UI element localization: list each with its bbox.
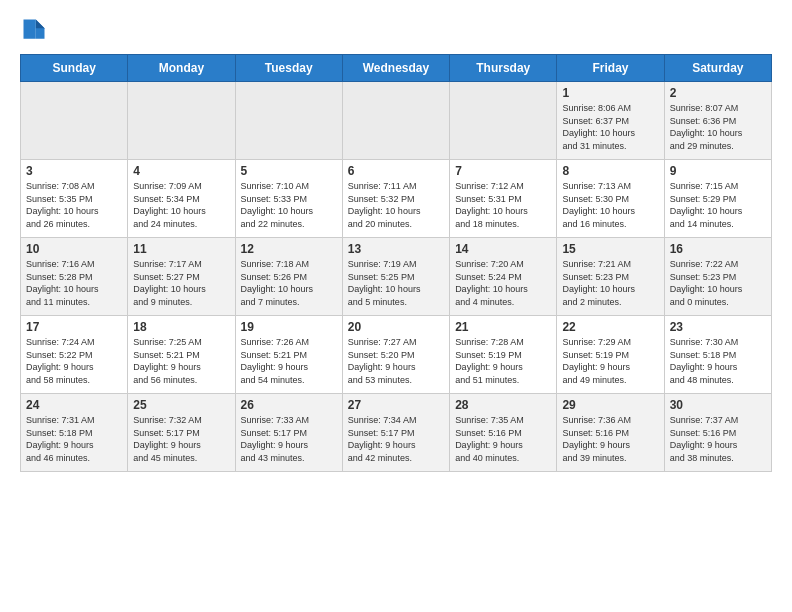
day-number: 8 <box>562 164 658 178</box>
calendar-cell: 23Sunrise: 7:30 AM Sunset: 5:18 PM Dayli… <box>664 316 771 394</box>
day-number: 26 <box>241 398 337 412</box>
day-number: 25 <box>133 398 229 412</box>
calendar-cell: 30Sunrise: 7:37 AM Sunset: 5:16 PM Dayli… <box>664 394 771 472</box>
day-number: 17 <box>26 320 122 334</box>
day-info: Sunrise: 7:22 AM Sunset: 5:23 PM Dayligh… <box>670 258 766 308</box>
logo <box>20 16 52 44</box>
day-number: 23 <box>670 320 766 334</box>
day-number: 2 <box>670 86 766 100</box>
day-number: 16 <box>670 242 766 256</box>
calendar-cell: 26Sunrise: 7:33 AM Sunset: 5:17 PM Dayli… <box>235 394 342 472</box>
calendar-cell: 19Sunrise: 7:26 AM Sunset: 5:21 PM Dayli… <box>235 316 342 394</box>
calendar-cell: 15Sunrise: 7:21 AM Sunset: 5:23 PM Dayli… <box>557 238 664 316</box>
calendar-cell: 14Sunrise: 7:20 AM Sunset: 5:24 PM Dayli… <box>450 238 557 316</box>
calendar-cell <box>128 82 235 160</box>
day-info: Sunrise: 7:16 AM Sunset: 5:28 PM Dayligh… <box>26 258 122 308</box>
day-info: Sunrise: 7:26 AM Sunset: 5:21 PM Dayligh… <box>241 336 337 386</box>
day-info: Sunrise: 7:36 AM Sunset: 5:16 PM Dayligh… <box>562 414 658 464</box>
day-info: Sunrise: 7:10 AM Sunset: 5:33 PM Dayligh… <box>241 180 337 230</box>
day-number: 12 <box>241 242 337 256</box>
day-info: Sunrise: 7:09 AM Sunset: 5:34 PM Dayligh… <box>133 180 229 230</box>
day-number: 1 <box>562 86 658 100</box>
calendar-cell: 11Sunrise: 7:17 AM Sunset: 5:27 PM Dayli… <box>128 238 235 316</box>
calendar-header-row: SundayMondayTuesdayWednesdayThursdayFrid… <box>21 55 772 82</box>
day-number: 14 <box>455 242 551 256</box>
day-number: 3 <box>26 164 122 178</box>
day-info: Sunrise: 7:08 AM Sunset: 5:35 PM Dayligh… <box>26 180 122 230</box>
day-info: Sunrise: 7:12 AM Sunset: 5:31 PM Dayligh… <box>455 180 551 230</box>
calendar-cell: 6Sunrise: 7:11 AM Sunset: 5:32 PM Daylig… <box>342 160 449 238</box>
day-info: Sunrise: 7:29 AM Sunset: 5:19 PM Dayligh… <box>562 336 658 386</box>
calendar-cell: 24Sunrise: 7:31 AM Sunset: 5:18 PM Dayli… <box>21 394 128 472</box>
day-info: Sunrise: 7:24 AM Sunset: 5:22 PM Dayligh… <box>26 336 122 386</box>
calendar-cell: 25Sunrise: 7:32 AM Sunset: 5:17 PM Dayli… <box>128 394 235 472</box>
calendar-cell: 16Sunrise: 7:22 AM Sunset: 5:23 PM Dayli… <box>664 238 771 316</box>
calendar-cell: 28Sunrise: 7:35 AM Sunset: 5:16 PM Dayli… <box>450 394 557 472</box>
day-number: 10 <box>26 242 122 256</box>
calendar-week-2: 3Sunrise: 7:08 AM Sunset: 5:35 PM Daylig… <box>21 160 772 238</box>
day-header-friday: Friday <box>557 55 664 82</box>
day-info: Sunrise: 7:25 AM Sunset: 5:21 PM Dayligh… <box>133 336 229 386</box>
day-info: Sunrise: 7:18 AM Sunset: 5:26 PM Dayligh… <box>241 258 337 308</box>
calendar-cell: 18Sunrise: 7:25 AM Sunset: 5:21 PM Dayli… <box>128 316 235 394</box>
calendar-cell <box>342 82 449 160</box>
day-number: 27 <box>348 398 444 412</box>
calendar: SundayMondayTuesdayWednesdayThursdayFrid… <box>20 54 772 472</box>
day-number: 6 <box>348 164 444 178</box>
day-number: 18 <box>133 320 229 334</box>
day-info: Sunrise: 7:17 AM Sunset: 5:27 PM Dayligh… <box>133 258 229 308</box>
day-info: Sunrise: 7:31 AM Sunset: 5:18 PM Dayligh… <box>26 414 122 464</box>
day-info: Sunrise: 7:34 AM Sunset: 5:17 PM Dayligh… <box>348 414 444 464</box>
day-info: Sunrise: 7:19 AM Sunset: 5:25 PM Dayligh… <box>348 258 444 308</box>
calendar-cell: 12Sunrise: 7:18 AM Sunset: 5:26 PM Dayli… <box>235 238 342 316</box>
calendar-cell: 22Sunrise: 7:29 AM Sunset: 5:19 PM Dayli… <box>557 316 664 394</box>
calendar-cell: 7Sunrise: 7:12 AM Sunset: 5:31 PM Daylig… <box>450 160 557 238</box>
day-number: 4 <box>133 164 229 178</box>
calendar-cell: 3Sunrise: 7:08 AM Sunset: 5:35 PM Daylig… <box>21 160 128 238</box>
day-info: Sunrise: 7:21 AM Sunset: 5:23 PM Dayligh… <box>562 258 658 308</box>
day-number: 20 <box>348 320 444 334</box>
calendar-week-1: 1Sunrise: 8:06 AM Sunset: 6:37 PM Daylig… <box>21 82 772 160</box>
day-header-thursday: Thursday <box>450 55 557 82</box>
calendar-cell: 21Sunrise: 7:28 AM Sunset: 5:19 PM Dayli… <box>450 316 557 394</box>
day-info: Sunrise: 7:15 AM Sunset: 5:29 PM Dayligh… <box>670 180 766 230</box>
day-info: Sunrise: 7:11 AM Sunset: 5:32 PM Dayligh… <box>348 180 444 230</box>
page: SundayMondayTuesdayWednesdayThursdayFrid… <box>0 0 792 482</box>
logo-icon <box>20 16 48 44</box>
calendar-cell: 20Sunrise: 7:27 AM Sunset: 5:20 PM Dayli… <box>342 316 449 394</box>
day-info: Sunrise: 7:28 AM Sunset: 5:19 PM Dayligh… <box>455 336 551 386</box>
calendar-cell <box>450 82 557 160</box>
calendar-cell <box>235 82 342 160</box>
calendar-cell: 13Sunrise: 7:19 AM Sunset: 5:25 PM Dayli… <box>342 238 449 316</box>
day-number: 19 <box>241 320 337 334</box>
calendar-week-4: 17Sunrise: 7:24 AM Sunset: 5:22 PM Dayli… <box>21 316 772 394</box>
day-number: 5 <box>241 164 337 178</box>
day-number: 11 <box>133 242 229 256</box>
svg-rect-3 <box>24 20 36 39</box>
day-info: Sunrise: 7:35 AM Sunset: 5:16 PM Dayligh… <box>455 414 551 464</box>
calendar-cell: 10Sunrise: 7:16 AM Sunset: 5:28 PM Dayli… <box>21 238 128 316</box>
calendar-cell: 1Sunrise: 8:06 AM Sunset: 6:37 PM Daylig… <box>557 82 664 160</box>
calendar-cell: 8Sunrise: 7:13 AM Sunset: 5:30 PM Daylig… <box>557 160 664 238</box>
day-number: 28 <box>455 398 551 412</box>
day-info: Sunrise: 7:27 AM Sunset: 5:20 PM Dayligh… <box>348 336 444 386</box>
day-info: Sunrise: 7:13 AM Sunset: 5:30 PM Dayligh… <box>562 180 658 230</box>
day-header-tuesday: Tuesday <box>235 55 342 82</box>
day-header-sunday: Sunday <box>21 55 128 82</box>
day-info: Sunrise: 7:37 AM Sunset: 5:16 PM Dayligh… <box>670 414 766 464</box>
day-number: 29 <box>562 398 658 412</box>
day-info: Sunrise: 8:07 AM Sunset: 6:36 PM Dayligh… <box>670 102 766 152</box>
calendar-cell: 2Sunrise: 8:07 AM Sunset: 6:36 PM Daylig… <box>664 82 771 160</box>
header <box>20 16 772 44</box>
day-info: Sunrise: 7:20 AM Sunset: 5:24 PM Dayligh… <box>455 258 551 308</box>
day-info: Sunrise: 7:30 AM Sunset: 5:18 PM Dayligh… <box>670 336 766 386</box>
calendar-cell: 9Sunrise: 7:15 AM Sunset: 5:29 PM Daylig… <box>664 160 771 238</box>
day-number: 9 <box>670 164 766 178</box>
day-info: Sunrise: 7:33 AM Sunset: 5:17 PM Dayligh… <box>241 414 337 464</box>
day-number: 15 <box>562 242 658 256</box>
calendar-cell: 4Sunrise: 7:09 AM Sunset: 5:34 PM Daylig… <box>128 160 235 238</box>
day-number: 13 <box>348 242 444 256</box>
calendar-cell: 5Sunrise: 7:10 AM Sunset: 5:33 PM Daylig… <box>235 160 342 238</box>
calendar-week-5: 24Sunrise: 7:31 AM Sunset: 5:18 PM Dayli… <box>21 394 772 472</box>
day-number: 30 <box>670 398 766 412</box>
